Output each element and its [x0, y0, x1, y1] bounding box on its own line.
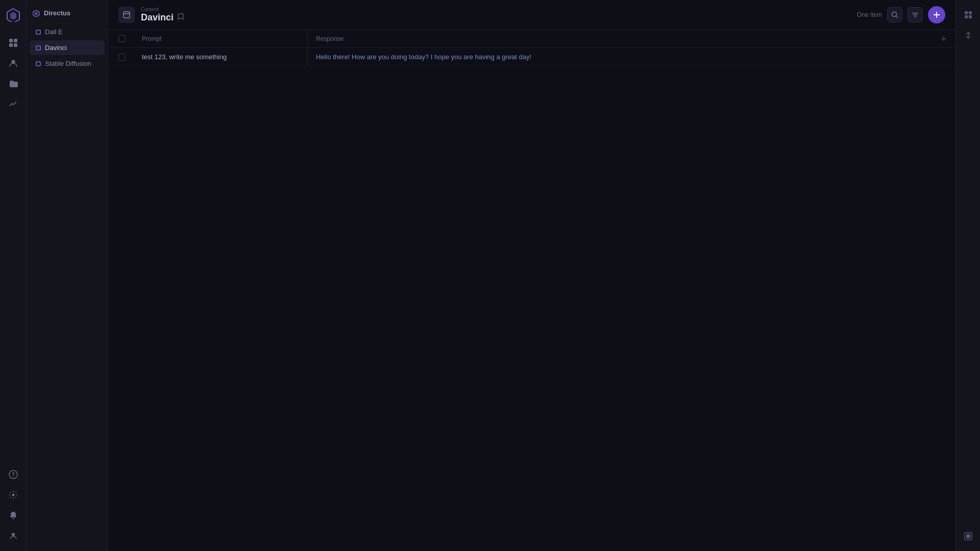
row-checkbox-cell[interactable]: [108, 48, 134, 66]
header-title-group: Content Davinci: [141, 7, 184, 23]
workspace-name: Directus: [44, 9, 70, 17]
svg-rect-2: [9, 39, 13, 42]
breadcrumb: Content: [141, 7, 184, 12]
filter-button[interactable]: [908, 7, 923, 22]
svg-point-15: [892, 12, 897, 17]
svg-rect-24: [965, 11, 968, 14]
svg-point-9: [12, 494, 14, 496]
nav-help-icon[interactable]: ?: [4, 465, 22, 484]
nav-bell-icon[interactable]: [4, 506, 22, 524]
data-table: Prompt Response: [108, 30, 955, 66]
sidebar-item-davinci[interactable]: Davinci: [30, 40, 105, 55]
svg-rect-26: [965, 15, 968, 18]
response-cell: Hello there! How are you doing today? I …: [308, 48, 932, 66]
svg-marker-1: [10, 12, 16, 20]
bookmark-icon[interactable]: [178, 13, 184, 22]
header-actions: One Item: [857, 6, 945, 23]
add-record-button[interactable]: [928, 6, 945, 23]
table-header-row: Prompt Response: [108, 30, 955, 48]
row-checkbox[interactable]: [118, 54, 126, 61]
svg-text:?: ?: [11, 472, 14, 478]
nav-analytics-icon[interactable]: [4, 95, 22, 113]
sidebar-item-stable-diffusion[interactable]: Stable Diffusion: [30, 56, 105, 71]
sidebar: Directus Dall E Davinci Stable Diffusion: [27, 0, 108, 551]
svg-rect-30: [966, 534, 970, 538]
nav-settings-icon[interactable]: [4, 486, 22, 504]
th-checkbox[interactable]: [108, 30, 134, 48]
sidebar-item-dot: [36, 45, 41, 51]
sidebar-item-dall-e[interactable]: Dall E: [30, 24, 105, 39]
nav-folder-icon[interactable]: [4, 74, 22, 93]
header-checkbox[interactable]: [118, 35, 126, 42]
main-content: Content Davinci One Item: [108, 0, 955, 551]
page-icon: [118, 7, 135, 23]
svg-rect-5: [14, 43, 17, 47]
svg-rect-3: [14, 39, 17, 42]
svg-rect-27: [969, 15, 972, 18]
th-response: Response: [308, 30, 932, 48]
nav-home-icon[interactable]: [4, 34, 22, 52]
svg-point-10: [12, 533, 15, 536]
app-logo[interactable]: [5, 6, 22, 23]
row-add-cell: [932, 48, 955, 66]
page-title: Davinci: [141, 12, 184, 23]
svg-marker-12: [35, 12, 38, 15]
svg-rect-18: [913, 15, 917, 16]
svg-rect-25: [969, 11, 972, 14]
th-prompt: Prompt: [134, 30, 307, 48]
workspace-header: Directus: [27, 6, 108, 24]
nav-users-icon[interactable]: [4, 54, 22, 72]
svg-rect-19: [914, 16, 916, 17]
sidebar-item-label: Davinci: [45, 44, 67, 52]
prompt-cell: test 123, write me something: [134, 48, 307, 66]
nav-profile-icon[interactable]: [4, 527, 22, 545]
item-count-badge: One Item: [857, 11, 882, 18]
sidebar-item-label: Dall E: [45, 28, 63, 36]
sidebar-item-dot: [36, 61, 41, 66]
sidebar-item-dot: [36, 30, 41, 35]
svg-line-16: [896, 16, 898, 18]
sidebar-item-label: Stable Diffusion: [45, 60, 91, 67]
data-table-container: Prompt Response: [108, 30, 955, 551]
add-column-button[interactable]: [940, 35, 947, 42]
icon-rail: ?: [0, 0, 27, 551]
svg-rect-13: [124, 12, 130, 18]
right-panel: [955, 0, 980, 551]
right-panel-bottom-icon[interactable]: [960, 528, 977, 545]
page-header: Content Davinci One Item: [108, 0, 955, 30]
th-add-column[interactable]: [932, 30, 955, 48]
search-button[interactable]: [887, 7, 902, 22]
svg-rect-17: [912, 13, 918, 14]
table-row: test 123, write me something Hello there…: [108, 48, 955, 66]
right-panel-layout-icon[interactable]: [960, 6, 977, 23]
right-panel-sort-icon[interactable]: [960, 27, 977, 44]
svg-rect-4: [9, 43, 13, 47]
